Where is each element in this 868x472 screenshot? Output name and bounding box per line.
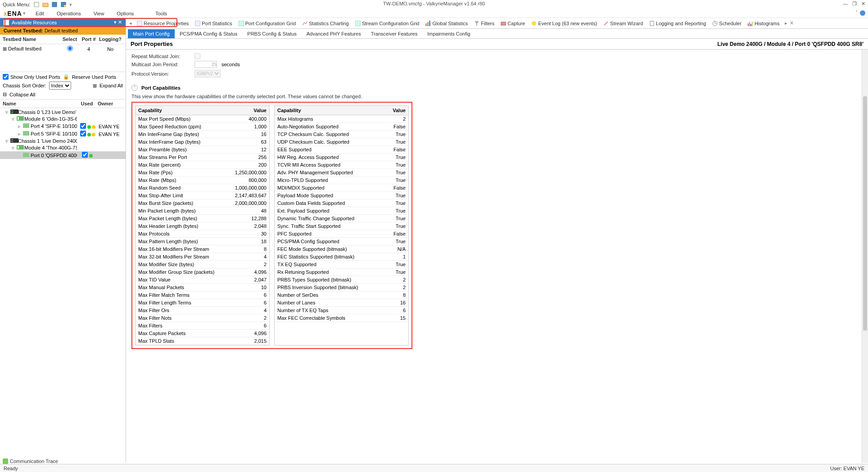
lock-icon: 🔒 xyxy=(63,74,69,80)
subtab-main-port-config[interactable]: Main Port Config xyxy=(128,29,175,38)
multicast-period-input[interactable] xyxy=(194,61,217,68)
svg-rect-6 xyxy=(11,110,13,111)
svg-rect-14 xyxy=(11,141,13,142)
window-title: TW-DEMO.vmcfg - ValkyrieManager v1.64 r8… xyxy=(383,1,485,6)
tab-resource-properties[interactable]: Resource Properties xyxy=(134,20,191,27)
tree-item[interactable]: ▿Module 6 'Odin-1G-3S-6P' xyxy=(0,116,126,123)
quickmenu-dropdown-icon[interactable]: ▾ xyxy=(69,2,72,8)
capability-row: MDI/MDIX SupportedFalse xyxy=(275,184,408,192)
svg-rect-26 xyxy=(501,22,506,25)
subtab-transceiver[interactable]: Transceiver Features xyxy=(366,29,423,38)
svg-rect-7 xyxy=(11,112,13,113)
close-button[interactable]: ✕ xyxy=(861,1,865,7)
communication-trace-link[interactable]: Communication Trace xyxy=(3,458,58,464)
th-used: Used xyxy=(76,101,98,106)
subtab-impairments[interactable]: Impairments Config xyxy=(422,29,475,38)
show-only-used-checkbox[interactable]: Show Only Used Ports xyxy=(3,74,60,80)
tree-item[interactable]: ▹Port 5 'SFP-E 10/100/10 EVAN YE xyxy=(0,130,126,138)
comm-icon xyxy=(3,458,8,464)
down-arrow-icon[interactable]: ˅ xyxy=(855,10,858,16)
capability-row: Min InterFrame Gap (bytes)16 xyxy=(136,131,269,138)
capability-row: Max Filters6 xyxy=(136,322,269,330)
capabilities-highlight-box: CapabilityValue Max Port Speed (Mbps)400… xyxy=(131,102,412,349)
capability-row: PCS/PMA Config SupportedTrue xyxy=(275,238,408,245)
port-capabilities-title: Port Capabilities xyxy=(141,85,181,91)
sort-select[interactable]: Index xyxy=(49,82,71,90)
menu-view[interactable]: View xyxy=(88,10,110,17)
tab-stream-config-grid[interactable]: Stream Configuration Grid xyxy=(353,20,422,27)
capability-row: Max Preamble (bytes)12 xyxy=(136,146,269,154)
capability-row: Max Burst Size (packets)2,000,000,000 xyxy=(136,200,269,207)
capability-row: Max FEC Correctable Symbols15 xyxy=(275,314,408,322)
tab-stats-charting[interactable]: Statistics Charting xyxy=(299,20,352,27)
tab-stream-wizard[interactable]: Stream Wizard xyxy=(601,20,646,27)
menu-operations[interactable]: Operations xyxy=(51,10,86,17)
svg-rect-10 xyxy=(23,123,29,128)
subtab-pcs-pma[interactable]: PCS/PMA Config & Status xyxy=(175,29,242,38)
content-scrollbar[interactable] xyxy=(862,50,868,463)
collapse-icon[interactable]: ˄ xyxy=(131,85,138,91)
tab-global-statistics[interactable]: Global Statistics xyxy=(423,20,470,27)
main-toolbar: ◂ Resource Properties Port Statistics Po… xyxy=(126,18,868,29)
reserve-used-ports[interactable]: Reserve Used Ports xyxy=(72,74,116,80)
svg-rect-28 xyxy=(650,21,654,26)
expand-all[interactable]: Expand All xyxy=(99,83,123,88)
help-icon[interactable] xyxy=(860,10,865,16)
tree-item[interactable]: ▿Chassis 0 'L23 Live Demo' (17 xyxy=(0,109,126,116)
capability-row: Max Streams Per Port256 xyxy=(136,154,269,161)
protocol-version-select[interactable]: IGMPv2 xyxy=(194,70,221,77)
capability-row: Ext. Payload SupportedTrue xyxy=(275,207,408,215)
tab-logging-reporting[interactable]: Logging and Reporting xyxy=(646,20,709,27)
status-ready: Ready xyxy=(4,466,18,471)
tree-item[interactable]: ▹Port 4 'SFP-E 10/100/10 EVAN YE xyxy=(0,123,126,130)
menu-tools[interactable]: Tools xyxy=(150,10,172,17)
menu-options[interactable]: Options xyxy=(111,10,139,17)
capability-row: Adv. PHY Management SupportedTrue xyxy=(275,169,408,177)
svg-rect-1 xyxy=(43,3,48,7)
svg-rect-33 xyxy=(752,22,753,26)
tab-capture[interactable]: Capture xyxy=(498,20,528,27)
toolbar-prev-icon[interactable]: ◂ xyxy=(128,20,133,26)
tree-item[interactable]: ▿Chassis 1 'Live Demo 2400G' xyxy=(0,138,126,145)
svg-rect-9 xyxy=(18,117,19,120)
repeat-multicast-checkbox[interactable] xyxy=(194,53,200,59)
tab-scheduler[interactable]: Scheduler xyxy=(710,20,744,27)
capability-row: Max Random Seed1,000,000,000 xyxy=(136,184,269,192)
collapse-all[interactable]: Collapse All xyxy=(9,92,35,97)
capability-row: Auto-Negotiation SupportedFalse xyxy=(275,123,408,131)
svg-rect-19 xyxy=(195,21,200,26)
saveas-icon[interactable] xyxy=(60,1,67,8)
th-name: Name xyxy=(3,101,76,106)
capability-row: FEC Mode Supported (bitmask)N/A xyxy=(275,245,408,253)
tab-event-log[interactable]: Event Log (63 new events) xyxy=(529,20,600,27)
tree-item[interactable]: Port 0 'QSFPDD 400G SR8 xyxy=(0,151,126,159)
tab-port-statistics[interactable]: Port Statistics xyxy=(192,20,235,27)
toolbar-next-icon[interactable]: ▸ xyxy=(783,20,789,26)
tab-port-config-grid[interactable]: Port Configuration Grid xyxy=(236,20,299,27)
capability-row: Max Modifier Group Size (packets)4,096 xyxy=(136,268,269,276)
save-icon[interactable] xyxy=(51,1,58,8)
capability-row: Max Pattern Length (bytes)18 xyxy=(136,238,269,245)
new-icon[interactable] xyxy=(33,1,40,8)
capability-row: Max Filter Ors4 xyxy=(136,307,269,314)
capability-row: Min Packet Length (bytes)48 xyxy=(136,207,269,215)
svg-rect-13 xyxy=(11,139,13,140)
tab-filters[interactable]: Filters xyxy=(471,20,497,27)
capability-row: Max Filter Length Terms6 xyxy=(136,299,269,307)
tree-item[interactable]: ▿Module 4 'Thor-400G-7S-1 xyxy=(0,145,126,151)
app-logo: XENA▾ xyxy=(4,10,26,17)
testbed-select-radio[interactable] xyxy=(67,45,73,51)
subtab-prbs[interactable]: PRBS Config & Status xyxy=(242,29,301,38)
capability-row: Max Capture Packets4,096 xyxy=(136,330,269,337)
restore-button[interactable]: ❐ xyxy=(852,1,857,7)
subtab-adv-phy[interactable]: Advanced PHY Features xyxy=(302,29,366,38)
tab-histograms[interactable]: Histograms xyxy=(745,20,782,27)
toolbar-close-icon[interactable]: ✕ xyxy=(790,20,794,26)
open-icon[interactable] xyxy=(42,1,49,8)
menu-edit[interactable]: Edit xyxy=(30,10,50,17)
svg-rect-23 xyxy=(427,22,429,26)
testbed-row[interactable]: ⊞ Default testbed 4 No xyxy=(0,44,126,54)
quickmenu-label: Quick Menu: xyxy=(3,2,31,7)
resource-tree[interactable]: ▿Chassis 0 'L23 Live Demo' (17 ▿Module 6… xyxy=(0,108,126,160)
minimize-button[interactable]: — xyxy=(843,1,848,7)
